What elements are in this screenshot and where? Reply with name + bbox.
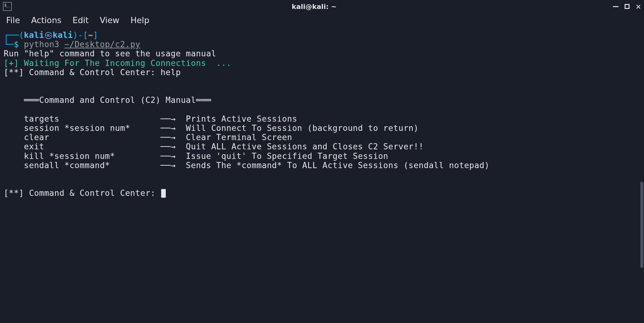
window-controls: ✕ — [613, 2, 641, 11]
blank-line — [4, 179, 640, 188]
blank-line — [4, 105, 640, 114]
terminal-app-icon: $_ — [3, 2, 12, 11]
output-help-hint: Run "help" command to see the usage manu… — [4, 49, 640, 58]
close-icon: ✕ — [636, 2, 641, 11]
blank-line — [4, 170, 640, 179]
prompt-leader-bottom: └─ — [4, 39, 14, 49]
prompt-dollar: $ — [14, 39, 19, 49]
maximize-icon — [625, 4, 630, 9]
kali-at-icon: ㉿ — [44, 30, 53, 40]
scrollbar-thumb[interactable] — [640, 182, 643, 268]
output-cc-prompt-help: [**] Command & Control Center: help — [4, 68, 640, 77]
prompt-leader-top: ┌── — [4, 30, 19, 40]
cursor-icon — [161, 189, 166, 198]
output-waiting: [+] Waiting For The Incoming Connections… — [4, 59, 640, 68]
prompt-line-2: └─$ python3 ~/Desktop/c2.py — [4, 40, 640, 49]
command-arg: ~/Desktop/c2.py — [65, 39, 141, 49]
manual-row-targets: targets ──→ Prints Active Sessions — [4, 114, 640, 123]
manual-header: ═══Command and Control (C2) Manual═══ — [4, 95, 640, 105]
window-title: kali@kali: ~ — [15, 3, 613, 10]
menu-help[interactable]: Help — [130, 15, 149, 25]
manual-row-exit: exit ──→ Quit ALL Active Sessions and Cl… — [4, 142, 640, 151]
manual-row-session: session *session num* ──→ Will Connect T… — [4, 123, 640, 133]
cc-prompt-label: [**] Command & Control Center: — [4, 188, 161, 198]
close-button[interactable]: ✕ — [636, 2, 641, 11]
manual-row-sendall: sendall *command* ──→ Sends The *command… — [4, 161, 640, 170]
blank-line — [4, 86, 640, 95]
prompt-close-bracket: ] — [93, 30, 98, 40]
command-text: python3 — [24, 39, 65, 49]
prompt-host: kali — [53, 30, 73, 40]
manual-row-clear: clear ──→ Clear Terminal Screen — [4, 133, 640, 142]
menu-edit[interactable]: Edit — [73, 15, 89, 25]
menubar: File Actions Edit View Help — [0, 13, 644, 29]
prompt-open-paren: ( — [19, 30, 24, 40]
terminal-content[interactable]: ┌──(kali㉿kali)-[~] └─$ python3 ~/Desktop… — [0, 29, 644, 199]
titlebar: $_ kali@kali: ~ ✕ — [0, 0, 644, 13]
prompt-line-1: ┌──(kali㉿kali)-[~] — [4, 30, 640, 40]
prompt-path: ~ — [88, 30, 93, 40]
prompt-close-paren: )-[ — [73, 30, 88, 40]
minimize-icon — [613, 6, 618, 7]
minimize-button[interactable] — [613, 6, 618, 7]
menu-view[interactable]: View — [100, 15, 119, 25]
menu-actions[interactable]: Actions — [31, 15, 62, 25]
manual-row-kill: kill *session num* ──→ Issue 'quit' To S… — [4, 151, 640, 161]
blank-line — [4, 77, 640, 86]
output-cc-prompt-current: [**] Command & Control Center: — [4, 188, 640, 198]
maximize-button[interactable] — [625, 4, 630, 9]
prompt-user: kali — [24, 30, 44, 40]
menu-file[interactable]: File — [6, 15, 20, 25]
